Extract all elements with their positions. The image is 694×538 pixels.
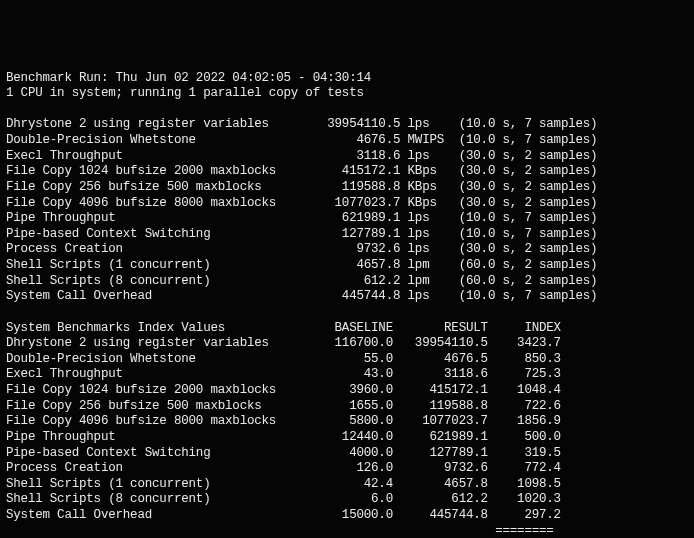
index-row-11: System Call Overhead 15000.0 445744.8 29…: [6, 508, 688, 524]
index-row-4: File Copy 256 bufsize 500 maxblocks 1655…: [6, 399, 688, 415]
index-row-8: Process Creation 126.0 9732.6 772.4: [6, 461, 688, 477]
index-row-5: File Copy 4096 bufsize 8000 maxblocks 58…: [6, 414, 688, 430]
test-row-7: Pipe-based Context Switching 127789.1 lp…: [6, 227, 688, 243]
test-row-4: File Copy 256 bufsize 500 maxblocks 1195…: [6, 180, 688, 196]
header-line2: 1 CPU in system; running 1 parallel copy…: [6, 86, 688, 102]
test-row-8: Process Creation 9732.6 lps (30.0 s, 2 s…: [6, 242, 688, 258]
index-row-2: Execl Throughput 43.0 3118.6 725.3: [6, 367, 688, 383]
test-row-6: Pipe Throughput 621989.1 lps (10.0 s, 7 …: [6, 211, 688, 227]
test-row-2: Execl Throughput 3118.6 lps (30.0 s, 2 s…: [6, 149, 688, 165]
test-row-10: Shell Scripts (8 concurrent) 612.2 lpm (…: [6, 274, 688, 290]
test-row-5: File Copy 4096 bufsize 8000 maxblocks 10…: [6, 196, 688, 212]
index-row-1: Double-Precision Whetstone 55.0 4676.5 8…: [6, 352, 688, 368]
divider: ========: [6, 524, 688, 538]
test-row-11: System Call Overhead 445744.8 lps (10.0 …: [6, 289, 688, 305]
blank: [6, 305, 688, 321]
index-row-0: Dhrystone 2 using register variables 116…: [6, 336, 688, 352]
header-line1: Benchmark Run: Thu Jun 02 2022 04:02:05 …: [6, 71, 688, 87]
terminal-output: Benchmark Run: Thu Jun 02 2022 04:02:05 …: [6, 71, 688, 539]
index-header: System Benchmarks Index Values BASELINE …: [6, 321, 688, 337]
blank: [6, 102, 688, 118]
index-row-10: Shell Scripts (8 concurrent) 6.0 612.2 1…: [6, 492, 688, 508]
index-row-6: Pipe Throughput 12440.0 621989.1 500.0: [6, 430, 688, 446]
index-row-7: Pipe-based Context Switching 4000.0 1277…: [6, 446, 688, 462]
test-row-0: Dhrystone 2 using register variables 399…: [6, 117, 688, 133]
test-row-9: Shell Scripts (1 concurrent) 4657.8 lpm …: [6, 258, 688, 274]
test-row-3: File Copy 1024 bufsize 2000 maxblocks 41…: [6, 164, 688, 180]
index-row-3: File Copy 1024 bufsize 2000 maxblocks 39…: [6, 383, 688, 399]
index-row-9: Shell Scripts (1 concurrent) 42.4 4657.8…: [6, 477, 688, 493]
test-row-1: Double-Precision Whetstone 4676.5 MWIPS …: [6, 133, 688, 149]
